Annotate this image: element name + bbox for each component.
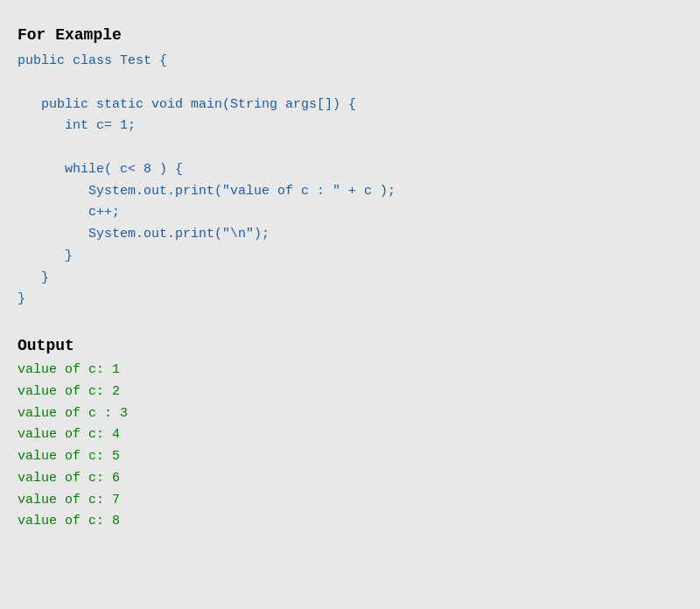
output-line: value of c: 5 bbox=[18, 446, 682, 468]
code-line: int c= 1; bbox=[18, 116, 682, 137]
output-line: value of c: 7 bbox=[18, 490, 682, 512]
output-line: value of c: 2 bbox=[18, 382, 682, 403]
code-line: c++; bbox=[18, 202, 682, 224]
output-line: value of c : 3 bbox=[18, 403, 682, 425]
output-line: value of c: 1 bbox=[18, 360, 682, 382]
output-line: value of c: 8 bbox=[18, 511, 682, 533]
output-line: value of c: 6 bbox=[18, 468, 682, 490]
code-line: public static void main(String args[]) { bbox=[18, 94, 682, 116]
for-example-heading: For Example bbox=[18, 26, 682, 44]
code-line: System.out.print("\n"); bbox=[18, 224, 682, 246]
output-heading: Output bbox=[18, 337, 682, 354]
output-line: value of c: 4 bbox=[18, 424, 682, 446]
code-line: } bbox=[18, 246, 682, 268]
code-line: } bbox=[18, 268, 682, 290]
output-block: value of c: 1value of c: 2value of c : 3… bbox=[18, 360, 682, 533]
code-line: public class Test { bbox=[18, 51, 682, 73]
code-line bbox=[18, 73, 682, 94]
code-line: while( c< 8 ) { bbox=[18, 159, 682, 181]
code-block: public class Test { public static void m… bbox=[18, 51, 682, 311]
code-line bbox=[18, 137, 682, 159]
page-container: For Example public class Test { public s… bbox=[18, 26, 682, 533]
code-line: System.out.print("value of c : " + c ); bbox=[18, 181, 682, 203]
code-line: } bbox=[18, 289, 682, 311]
